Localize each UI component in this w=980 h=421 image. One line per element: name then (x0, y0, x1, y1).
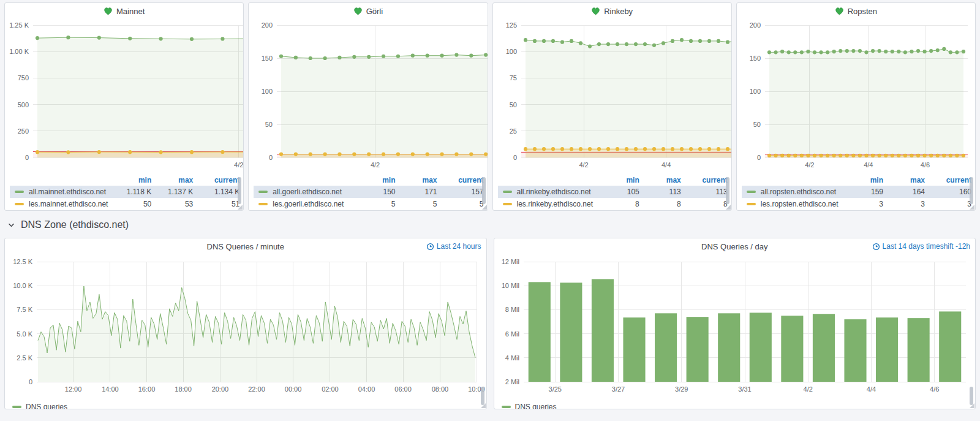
panel-title-text: Rinkeby (604, 7, 633, 16)
legend-series-name: les.mainnet.ethdisco.net (29, 200, 108, 208)
clock-icon (872, 243, 880, 251)
bar[interactable] (591, 279, 613, 382)
legend-item-les.ropsten.ethdisco.net[interactable]: les.ropsten.ethdisco.net (742, 200, 842, 208)
data-point (469, 54, 473, 58)
data-point (484, 53, 488, 57)
panel-resize-handle[interactable] (481, 403, 486, 408)
chart-canvas-dns-minute[interactable]: 12.5 K10.0 K7.5 K5.0 K2.5 K012:0014:0016… (5, 254, 486, 400)
panel-resize-handle[interactable] (482, 205, 487, 210)
legend-item-les.rinkeby.ethdisco.net[interactable]: les.rinkeby.ethdisco.net (498, 200, 598, 208)
bar[interactable] (781, 316, 803, 382)
legend-scrollbar[interactable] (726, 177, 729, 204)
x-axis-tick-label: 4/2 (805, 161, 814, 169)
legend-header-current[interactable]: current (681, 176, 728, 184)
legend-item-dns-queries[interactable]: DNS queries (502, 403, 976, 409)
bar[interactable] (907, 318, 929, 382)
panel-resize-handle[interactable] (726, 205, 731, 210)
chart-canvas-goerli[interactable]: 2001501005004/24/44/6 (249, 19, 487, 173)
bar[interactable] (560, 283, 582, 382)
bar[interactable] (655, 313, 677, 382)
legend-stat-min: 1.118 K (110, 188, 151, 196)
bar[interactable] (718, 313, 740, 382)
legend-header-max[interactable]: max (883, 176, 925, 184)
panel-resize-handle[interactable] (238, 205, 243, 210)
chart-canvas-mainnet[interactable]: 1.25 K1.00 K75050025004/24/44/6 (5, 19, 243, 173)
panel-title-text: Görli (366, 7, 383, 16)
legend-header-row: minmaxcurrent (254, 175, 483, 186)
legend-scrollbar[interactable] (970, 387, 973, 405)
legend-series-name: les.goerli.ethdisco.net (273, 200, 344, 208)
panel-header: DNS Queries / day Last 14 days timeshift… (494, 238, 976, 254)
legend-header-min[interactable]: min (598, 176, 639, 184)
legend-scrollbar[interactable] (238, 177, 241, 204)
legend-item-les.goerli.ethdisco.net[interactable]: les.goerli.ethdisco.net (254, 200, 353, 208)
legend-scrollbar[interactable] (482, 177, 486, 204)
legend-item-all.mainnet.ethdisco.net[interactable]: all.mainnet.ethdisco.net (10, 188, 110, 196)
data-point (698, 39, 701, 43)
legend-header-max[interactable]: max (396, 176, 437, 184)
legend-item-les.mainnet.ethdisco.net[interactable]: les.mainnet.ethdisco.net (10, 200, 110, 208)
legend-header-min[interactable]: min (110, 176, 151, 184)
legend-header-min[interactable]: min (842, 176, 883, 184)
legend-stat-current: 157 (437, 188, 484, 196)
bar[interactable] (528, 282, 550, 382)
panel-mainnet: Mainnet1.25 K1.00 K75050025004/24/44/6mi… (4, 2, 244, 211)
data-point (799, 50, 803, 54)
panel-header: Ropsten (737, 3, 975, 19)
data-point (597, 147, 600, 151)
y-axis-tick-label: 2 Mil (505, 378, 519, 385)
legend-header-max[interactable]: max (639, 176, 681, 184)
legend-header-current[interactable]: current (925, 176, 971, 184)
time-range-button[interactable]: Last 14 days timeshift -12h (872, 242, 970, 251)
data-point (279, 153, 283, 156)
dashboard-row-toggle[interactable]: DNS Zone (ethdisco.net) (0, 217, 980, 233)
chart-canvas-rinkeby[interactable]: 12510075502504/24/44/6 (493, 19, 731, 173)
chart-canvas-dns-day[interactable]: 12 Mil10 Mil8 Mil6 Mil4 Mil2 Mil3/253/27… (494, 254, 976, 400)
data-point (707, 39, 710, 43)
legend-item-dns-queries[interactable]: DNS queries (12, 403, 486, 409)
legend-scrollbar[interactable] (481, 387, 484, 405)
legend-item-all.rinkeby.ethdisco.net[interactable]: all.rinkeby.ethdisco.net (498, 188, 598, 196)
bar[interactable] (939, 311, 961, 382)
data-point (813, 154, 816, 157)
data-point (910, 154, 913, 157)
data-point (159, 150, 163, 154)
legend-header-current[interactable]: current (193, 176, 239, 184)
x-axis-tick-label: 4/4 (864, 161, 873, 169)
legend-item-all.goerli.ethdisco.net[interactable]: all.goerli.ethdisco.net (254, 188, 353, 196)
panel-title[interactable]: DNS Queries / minute (207, 242, 284, 251)
y-axis-tick-label: 0 (269, 154, 273, 161)
legend-item-all.ropsten.ethdisco.net[interactable]: all.ropsten.ethdisco.net (742, 188, 842, 196)
panel-title[interactable]: Görli (353, 7, 383, 16)
panel-title[interactable]: Ropsten (835, 7, 877, 16)
data-point (484, 153, 488, 156)
y-axis-tick-label: 100 (505, 48, 516, 55)
legend-header-max[interactable]: max (151, 176, 193, 184)
panel-resize-handle[interactable] (970, 403, 974, 408)
data-point (716, 147, 720, 151)
y-axis-tick-label: 1.25 K (9, 21, 29, 29)
legend-header-current[interactable]: current (437, 176, 484, 184)
chart-canvas-ropsten[interactable]: 2001501005004/24/44/6 (737, 19, 975, 173)
time-range-button[interactable]: Last 24 hours (426, 242, 481, 251)
panel-title[interactable]: Mainnet (104, 7, 145, 16)
data-point (767, 50, 771, 54)
legend-scrollbar[interactable] (970, 177, 973, 204)
panel-resize-handle[interactable] (970, 205, 974, 210)
panel-title[interactable]: Rinkeby (591, 7, 633, 16)
data-point (922, 154, 926, 157)
legend-header-min[interactable]: min (354, 176, 396, 184)
data-point (560, 40, 564, 44)
bar[interactable] (623, 317, 645, 382)
bar[interactable] (876, 317, 898, 382)
x-axis-tick-label: 18:00 (175, 385, 192, 393)
legend-stat-current: 5 (437, 200, 484, 208)
x-axis-tick-label: 4/4 (661, 161, 670, 169)
panel-title[interactable]: DNS Queries / day (701, 242, 767, 251)
x-axis-tick-label: 22:00 (248, 385, 265, 393)
bar[interactable] (844, 319, 866, 382)
bar[interactable] (686, 317, 708, 382)
bar[interactable] (812, 314, 834, 382)
bar[interactable] (749, 313, 771, 382)
data-point (955, 50, 959, 54)
